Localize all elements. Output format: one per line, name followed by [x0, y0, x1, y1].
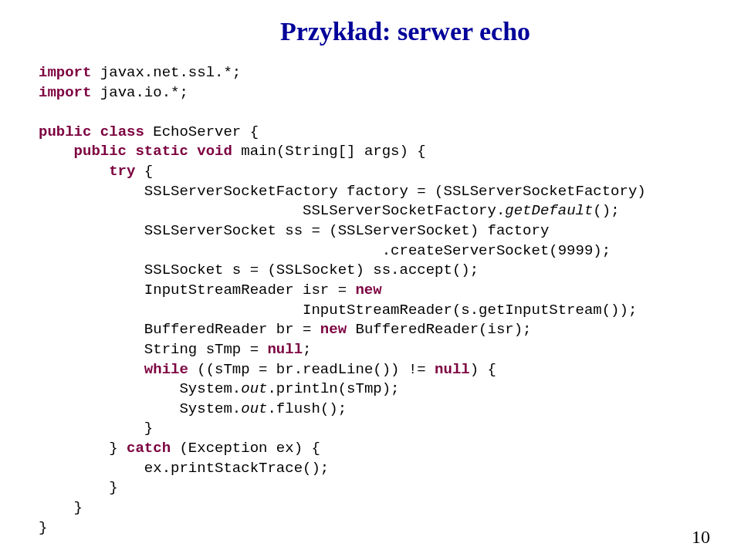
keyword: null	[435, 361, 470, 378]
italic-text: out	[241, 380, 267, 397]
code-text: SSLServerSocket ss = (SSLServerSocket) f…	[39, 222, 549, 239]
code-text: System.	[39, 380, 241, 397]
code-text: InputStreamReader(s.getInputStream());	[39, 302, 637, 319]
code-text: BufferedReader br =	[39, 321, 320, 338]
keyword: import	[39, 84, 91, 101]
code-text: ;	[303, 341, 311, 358]
keyword: public	[39, 123, 91, 140]
keyword: class	[100, 123, 144, 140]
code-text	[39, 361, 144, 378]
keyword: new	[355, 282, 381, 299]
code-text: (Exception ex) {	[171, 440, 320, 457]
italic-text: out	[241, 400, 267, 417]
code-text: javax.net.ssl.*;	[91, 64, 241, 81]
code-text: }	[39, 499, 83, 516]
code-text: SSLServerSocketFactory.	[39, 202, 505, 219]
code-text: }	[39, 519, 47, 536]
page-title: Przykład: serwer echo	[100, 14, 710, 49]
keyword: while	[144, 361, 188, 378]
code-text: InputStreamReader isr =	[39, 282, 355, 299]
code-text: ex.printStackTrace();	[39, 460, 329, 477]
code-text: SSLServerSocketFactory factory = (SSLSer…	[39, 183, 646, 200]
code-text: SSLSocket s = (SSLSocket) ss.accept();	[39, 261, 479, 278]
code-text: .println(sTmp);	[267, 380, 399, 397]
code-text	[39, 143, 74, 160]
italic-text: getDefault	[505, 202, 593, 219]
keyword: import	[39, 64, 91, 81]
code-text: }	[39, 479, 118, 496]
code-text: {	[135, 163, 153, 180]
code-text: }	[39, 440, 127, 457]
code-text: ();	[593, 202, 619, 219]
code-text	[39, 163, 109, 180]
code-text	[188, 143, 197, 160]
code-text: BufferedReader(isr);	[347, 321, 531, 338]
code-text: ) {	[470, 361, 496, 378]
code-text: String sTmp =	[39, 341, 267, 358]
keyword: catch	[127, 440, 171, 457]
code-text: EchoServer {	[144, 123, 259, 140]
keyword: null	[267, 341, 303, 358]
keyword: try	[109, 163, 135, 180]
code-block: import javax.net.ssl.*; import java.io.*…	[39, 63, 710, 538]
code-text: java.io.*;	[91, 84, 188, 101]
code-text: .createServerSocket(9999);	[39, 242, 611, 259]
keyword: new	[320, 321, 347, 338]
keyword: static	[135, 143, 188, 160]
code-text: main(String[] args) {	[232, 143, 426, 160]
keyword: void	[197, 143, 232, 160]
code-text	[127, 143, 135, 160]
code-text: ((sTmp = br.readLine()) !=	[188, 361, 435, 378]
page-number: 10	[692, 525, 710, 549]
keyword: public	[74, 143, 127, 160]
code-text: }	[39, 420, 153, 437]
code-text: System.	[39, 400, 241, 417]
code-text	[91, 123, 100, 140]
code-text: .flush();	[267, 400, 347, 417]
